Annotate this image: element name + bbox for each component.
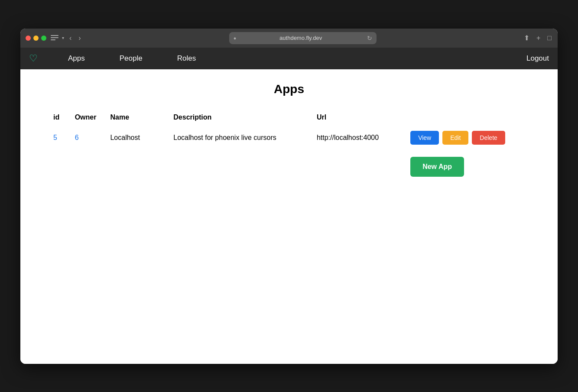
traffic-lights (26, 36, 46, 41)
new-tab-button[interactable]: + (536, 33, 541, 43)
new-app-row: New App (46, 150, 532, 182)
app-navbar: ♡ Apps People Roles Logout (20, 48, 558, 69)
col-header-id: id (46, 109, 68, 126)
apps-table: id Owner Name Description Url 5 6 Local (46, 109, 532, 182)
nav-links: Apps People Roles (51, 54, 526, 63)
table-header: id Owner Name Description Url (46, 109, 532, 126)
chevron-down-icon: ▾ (62, 36, 64, 40)
table-body: 5 6 Localhost Localhost for phoenix live… (46, 126, 532, 182)
browser-window: ▾ ‹ › ● authdemo.fly.dev ↻ ⬆ + □ ♡ Apps … (20, 29, 558, 364)
minimize-button[interactable] (33, 36, 39, 41)
col-header-owner: Owner (68, 109, 104, 126)
browser-titlebar: ▾ ‹ › ● authdemo.fly.dev ↻ ⬆ + □ (20, 29, 558, 48)
cell-description: Localhost for phoenix live cursors (166, 126, 310, 150)
owner-id-link[interactable]: 6 (75, 134, 79, 141)
cell-url: http://localhost:4000 (310, 126, 403, 150)
reload-icon[interactable]: ↻ (367, 35, 372, 42)
back-button[interactable]: ‹ (68, 33, 73, 43)
lock-icon: ● (234, 36, 237, 41)
page-content: Apps id Owner Name Description Url 5 (20, 69, 558, 364)
action-buttons: View Edit Delete (410, 131, 525, 145)
close-button[interactable] (26, 36, 31, 41)
maximize-button[interactable] (41, 36, 46, 41)
browser-chrome: ▾ ‹ › ● authdemo.fly.dev ↻ ⬆ + □ (20, 29, 558, 48)
cell-name: Localhost (103, 126, 166, 150)
nav-apps[interactable]: Apps (51, 54, 102, 63)
logo-icon[interactable]: ♡ (29, 53, 38, 64)
forward-button[interactable]: › (77, 33, 82, 43)
table-header-row: id Owner Name Description Url (46, 109, 532, 126)
sidebar-toggle-icon[interactable] (51, 35, 58, 41)
edit-button[interactable]: Edit (442, 131, 468, 145)
nav-roles[interactable]: Roles (160, 54, 213, 63)
page-title: Apps (46, 82, 532, 96)
tabs-button[interactable]: □ (546, 33, 552, 43)
browser-actions: ⬆ + □ (523, 33, 552, 43)
col-header-url: Url (310, 109, 403, 126)
delete-button[interactable]: Delete (472, 131, 505, 145)
col-header-name: Name (103, 109, 166, 126)
cell-id: 5 (46, 126, 68, 150)
cell-owner: 6 (68, 126, 104, 150)
address-bar[interactable]: ● authdemo.fly.dev ↻ (229, 32, 377, 44)
nav-people[interactable]: People (102, 54, 160, 63)
share-button[interactable]: ⬆ (523, 33, 530, 43)
new-app-spacer (46, 150, 403, 182)
view-button[interactable]: View (410, 131, 439, 145)
new-app-cell: New App (403, 150, 532, 182)
logout-button[interactable]: Logout (526, 54, 549, 63)
address-bar-wrapper: ● authdemo.fly.dev ↻ (93, 32, 513, 44)
table-row: 5 6 Localhost Localhost for phoenix live… (46, 126, 532, 150)
col-header-actions (403, 109, 532, 126)
cell-actions: View Edit Delete (403, 126, 532, 150)
new-app-button[interactable]: New App (410, 157, 464, 177)
col-header-description: Description (166, 109, 310, 126)
url-text: authdemo.fly.dev (239, 35, 362, 41)
app-id-link[interactable]: 5 (53, 134, 57, 141)
